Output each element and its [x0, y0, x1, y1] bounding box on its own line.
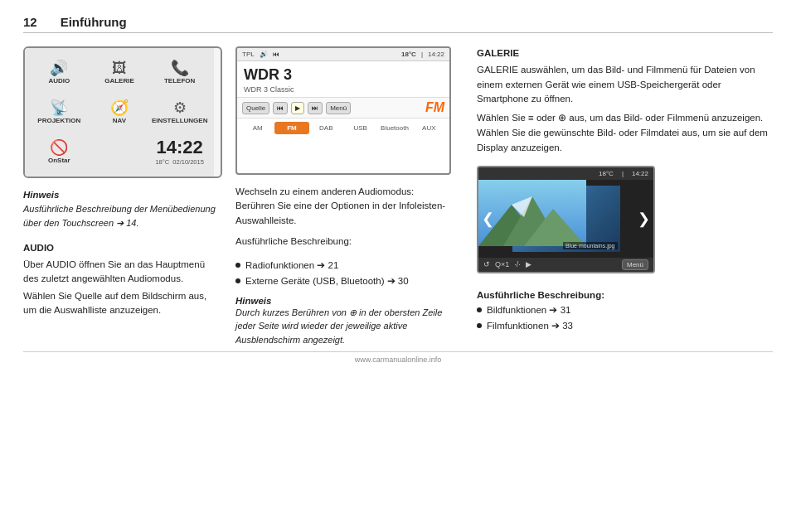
content-area: 🔊 AUDIO 🖼 GALERIE 📞 TELEFON — [23, 46, 773, 351]
temp-date-display: 18°C 02/10/2015 — [155, 158, 203, 166]
mid-bullet-2: Externe Geräte (USB, Bluetooth) ➔ 30 — [235, 274, 454, 288]
quelle-button[interactable]: Quelle — [242, 102, 269, 114]
mid-hint-block: Hinweis Durch kurzes Berühren von ⊕ in d… — [235, 296, 454, 347]
menu-item-nav[interactable]: 🧭 NAV — [90, 93, 149, 131]
mid-bullet-2-text: Externe Geräte (USB, Bluetooth) ➔ 30 — [245, 274, 409, 288]
radio-top-bar: TPL 🔊 ⏮ 18°C | 14:22 — [237, 48, 449, 61]
menu-button-radio[interactable]: Menü — [326, 102, 351, 114]
left-text-hint: Hinweis Ausführliche Beschreibung der Me… — [23, 188, 222, 230]
radio-vol-icon: 🔊 — [260, 51, 268, 58]
audio-section-body2: Wählen Sie Quelle auf dem Bildschirm aus… — [23, 289, 222, 318]
audio-section-title: AUDIO — [23, 241, 222, 255]
tune-button[interactable]: ▶ — [291, 102, 304, 114]
site-footer: www.carmanualonline.info — [23, 351, 773, 364]
gallery-play-btn[interactable]: ▶ — [526, 260, 531, 268]
gallery-main: ❮ — [478, 180, 653, 258]
mid-text-main: Wechseln zu einem anderen Audiomodus: Be… — [235, 185, 454, 228]
menu-item-onstar[interactable]: 🚫 OnStar — [30, 133, 89, 172]
mid-text-detailed: Ausführliche Beschreibung: — [235, 235, 454, 249]
menu-screen-inner: 🔊 AUDIO 🖼 GALERIE 📞 TELEFON — [25, 48, 214, 177]
audio-label: AUDIO — [48, 77, 70, 85]
gallery-controls: ↺ Q×1 ·/· ▶ Menü — [478, 258, 653, 272]
onstar-label: OnStar — [48, 157, 70, 164]
page-number: 12 — [23, 15, 37, 29]
radio-controls: Quelle ⏮ ▶ ⏭ Menü FM — [237, 97, 449, 118]
gallery-back-btn[interactable]: ↺ — [483, 260, 490, 268]
radio-tpl: TPL — [242, 51, 255, 58]
right-column: GALERIE GALERIE auswählen, um das Bild- … — [467, 46, 773, 351]
gallery-top-bar: 18°C | 14:22 — [478, 167, 653, 180]
main-menu-screen: 🔊 AUDIO 🖼 GALERIE 📞 TELEFON — [23, 46, 222, 178]
right-bullet-1: Bildfunktionen ➔ 31 — [477, 303, 773, 317]
gallery-zoom-btn[interactable]: Q×1 — [495, 260, 509, 268]
footer-url: www.carmanualonline.info — [355, 355, 442, 364]
source-dab[interactable]: DAB — [309, 122, 343, 134]
galerie-body-2: Wählen Sie ≡ oder ⊕ aus, um das Bild- od… — [477, 111, 773, 155]
gallery-next-icon[interactable]: ❯ — [638, 210, 650, 228]
source-usb[interactable]: USB — [343, 122, 377, 134]
radio-time: 14:22 — [428, 51, 444, 58]
mid-bullet-1-text: Radiofunktionen ➔ 21 — [245, 259, 338, 273]
source-aux[interactable]: AUX — [412, 122, 446, 134]
nav-icon: 🧭 — [110, 100, 129, 115]
gallery-img-label: Blue mountains.jpg — [563, 242, 618, 249]
prev-button[interactable]: ⏮ — [273, 102, 288, 114]
galerie-title: GALERIE — [477, 46, 773, 61]
einstellungen-label: EINSTELLUNGEN — [152, 117, 208, 124]
hint-body-mid: Durch kurzes Berühren von ⊕ in der obers… — [235, 306, 454, 347]
galerie-icon: 🖼 — [112, 60, 127, 75]
gallery-menu-btn[interactable]: Menü — [622, 259, 648, 270]
menu-item-einstellungen[interactable]: ⚙ EINSTELLUNGEN — [150, 93, 209, 131]
next-button[interactable]: ⏭ — [308, 102, 323, 114]
page-header: 12 Einführung — [23, 15, 773, 33]
projektion-label: PROJEKTION — [37, 117, 80, 124]
galerie-body-1: GALERIE auswählen, um das Bild- und Film… — [477, 63, 773, 107]
bullet-dot-1 — [235, 263, 240, 268]
radio-skip-icon: ⏮ — [273, 51, 279, 58]
radio-screen: TPL 🔊 ⏮ 18°C | 14:22 WDR 3 WDR 3 Classic… — [235, 46, 451, 175]
gallery-prev-icon[interactable]: ❮ — [482, 210, 494, 228]
telefon-icon: 📞 — [171, 60, 189, 75]
menu-grid: 🔊 AUDIO 🖼 GALERIE 📞 TELEFON — [25, 48, 214, 177]
right-bullet-1-text: Bildfunktionen ➔ 31 — [487, 303, 570, 317]
right-footer-text: Ausführliche Beschreibung: Bildfunktione… — [477, 290, 773, 336]
fm-logo: FM — [425, 100, 444, 115]
main-time-display: 14:22 — [157, 138, 203, 157]
middle-column: TPL 🔊 ⏮ 18°C | 14:22 WDR 3 WDR 3 Classic… — [222, 46, 467, 351]
hint-title-1: Hinweis — [23, 188, 222, 202]
telefon-label: TELEFON — [164, 77, 195, 85]
divider1: | — [421, 51, 423, 58]
right-bullet-list: Bildfunktionen ➔ 31 Filmfunktionen ➔ 33 — [477, 303, 773, 334]
nav-label: NAV — [113, 117, 126, 124]
source-bluetooth[interactable]: Bluetooth — [377, 122, 411, 134]
right-bullet-dot-2 — [477, 323, 482, 328]
source-am[interactable]: AM — [240, 122, 274, 134]
right-bullet-dot-1 — [477, 307, 482, 312]
gallery-screen: 18°C | 14:22 ❮ — [477, 166, 655, 273]
radio-station: WDR 3 — [237, 61, 449, 85]
radio-source-bar: AM FM DAB USB Bluetooth AUX — [237, 118, 449, 138]
audio-section-body: Über AUDIO öffnen Sie an das Hauptmenü d… — [23, 258, 222, 287]
menu-item-telefon[interactable]: 📞 TELEFON — [150, 53, 209, 91]
radio-temp: 18°C — [401, 51, 416, 58]
page: 12 Einführung 🔊 AUDIO 🖼 GALERIE — [0, 0, 796, 379]
onstar-icon: 🚫 — [50, 140, 68, 155]
mid-bullet-1: Radiofunktionen ➔ 21 — [235, 259, 454, 273]
page-title: Einführung — [61, 15, 127, 29]
galerie-label: GALERIE — [104, 77, 134, 85]
gallery-temp: 18°C — [599, 170, 614, 177]
source-fm[interactable]: FM — [274, 122, 308, 134]
audio-icon: 🔊 — [50, 60, 68, 75]
menu-item-empty1 — [90, 133, 149, 172]
left-text-audio: AUDIO Über AUDIO öffnen Sie an das Haupt… — [23, 236, 222, 317]
right-bullet-2: Filmfunktionen ➔ 33 — [477, 319, 773, 333]
menu-item-audio[interactable]: 🔊 AUDIO — [30, 53, 89, 91]
gallery-pos-btn[interactable]: ·/· — [514, 260, 521, 268]
menu-item-galerie[interactable]: 🖼 GALERIE — [90, 53, 149, 91]
menu-item-projektion[interactable]: 📡 PROJEKTION — [30, 93, 89, 131]
gallery-time: 14:22 — [632, 170, 648, 177]
menu-item-empty2: 14:22 18°C 02/10/2015 — [150, 133, 209, 172]
mid-bullet-list: Radiofunktionen ➔ 21 Externe Geräte (USB… — [235, 259, 454, 291]
gallery-image: Blue mountains.jpg — [512, 186, 620, 252]
hint-title-mid: Hinweis — [235, 296, 454, 306]
